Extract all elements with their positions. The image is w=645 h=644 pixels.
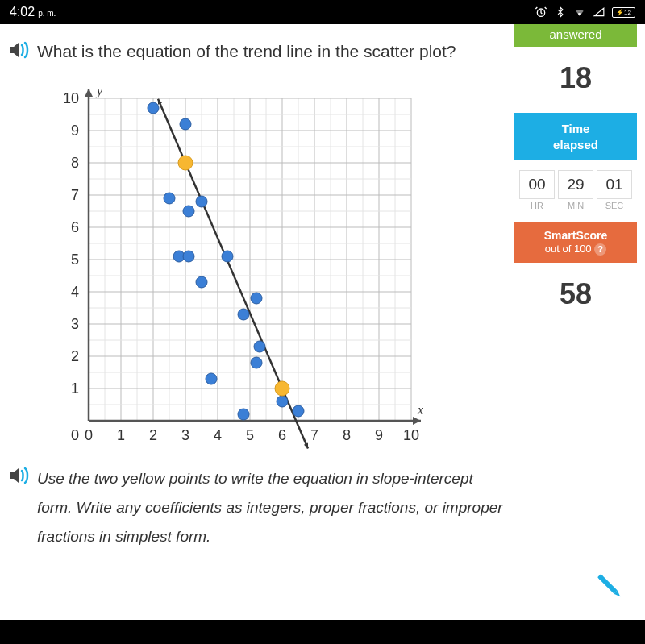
time-unit-min: MIN [558, 201, 593, 210]
svg-text:1: 1 [71, 380, 79, 397]
svg-point-81 [222, 251, 233, 262]
svg-text:9: 9 [71, 123, 79, 139]
bluetooth-icon [554, 6, 567, 19]
time-elapsed-badge: Time elapsed [514, 113, 637, 160]
svg-text:6: 6 [71, 219, 79, 235]
svg-point-74 [148, 102, 159, 114]
time-sec: 01 [597, 170, 632, 199]
time-min: 29 [558, 170, 593, 199]
svg-text:3: 3 [181, 427, 189, 443]
svg-text:6: 6 [278, 427, 286, 443]
time-label-line1: Time [514, 121, 637, 137]
svg-point-91 [178, 156, 193, 170]
pencil-button[interactable] [592, 568, 630, 610]
svg-text:1: 1 [117, 427, 125, 443]
svg-point-83 [251, 293, 262, 304]
svg-text:x: x [417, 403, 423, 417]
svg-text:0: 0 [85, 427, 93, 443]
time-unit-hr: HR [519, 201, 555, 210]
time-unit-sec: SEC [597, 201, 632, 210]
svg-point-86 [254, 341, 265, 352]
status-bar: 4:02 p. m. ⚡12 [0, 0, 645, 24]
svg-point-78 [196, 196, 207, 207]
help-icon[interactable]: ? [594, 243, 606, 256]
svg-point-90 [293, 405, 304, 417]
svg-text:7: 7 [310, 427, 318, 443]
svg-text:8: 8 [343, 427, 351, 443]
smartscore-badge: SmartScore out of 100 ? [514, 222, 637, 263]
svg-rect-93 [599, 575, 618, 594]
speaker-icon[interactable] [8, 40, 31, 63]
battery-indicator: ⚡12 [612, 7, 635, 18]
svg-text:10: 10 [403, 427, 419, 443]
svg-point-75 [180, 118, 191, 130]
signal-icon [593, 6, 605, 19]
smartscore-sub: out of 100 ? [514, 243, 637, 256]
status-time: 4:02 [10, 5, 35, 19]
smartscore-label: SmartScore [514, 228, 637, 243]
svg-point-77 [183, 206, 194, 217]
svg-text:3: 3 [71, 316, 79, 332]
svg-text:7: 7 [71, 187, 79, 203]
wifi-icon [573, 6, 586, 19]
svg-line-71 [158, 98, 308, 448]
svg-text:4: 4 [71, 284, 79, 300]
svg-text:9: 9 [375, 427, 383, 443]
answered-badge: answered [514, 24, 637, 47]
scatter-chart: 012345678910123456789100xy [56, 82, 427, 453]
svg-text:2: 2 [149, 427, 157, 443]
alarm-icon [535, 6, 547, 19]
svg-marker-46 [85, 89, 93, 97]
svg-point-89 [277, 396, 288, 407]
sidebar: answered 18 Time elapsed 00 29 01 HR MIN… [514, 24, 645, 620]
svg-point-80 [183, 251, 194, 262]
bottom-nav-bar [0, 620, 645, 644]
svg-text:8: 8 [71, 155, 79, 171]
svg-point-87 [251, 357, 262, 368]
speaker-icon[interactable] [8, 466, 31, 488]
svg-text:4: 4 [214, 427, 222, 443]
answered-count: 18 [514, 47, 637, 113]
svg-point-76 [164, 193, 175, 204]
svg-text:5: 5 [246, 427, 254, 443]
svg-point-84 [206, 373, 217, 384]
time-hr: 00 [519, 170, 555, 199]
svg-point-92 [275, 381, 289, 396]
svg-text:y: y [95, 84, 103, 98]
time-label-line2: elapsed [514, 137, 637, 153]
svg-text:2: 2 [71, 348, 79, 364]
svg-point-85 [238, 309, 249, 320]
instruction-text: Use the two yellow points to write the e… [37, 464, 506, 551]
svg-text:0: 0 [71, 427, 79, 443]
svg-marker-44 [413, 417, 421, 425]
question-text: What is the equation of the trend line i… [37, 39, 456, 64]
smartscore-value: 58 [514, 263, 637, 329]
svg-text:5: 5 [71, 251, 79, 268]
status-ampm: p. m. [38, 9, 56, 18]
svg-text:10: 10 [63, 90, 79, 106]
svg-point-88 [238, 409, 249, 420]
svg-point-82 [196, 276, 207, 288]
